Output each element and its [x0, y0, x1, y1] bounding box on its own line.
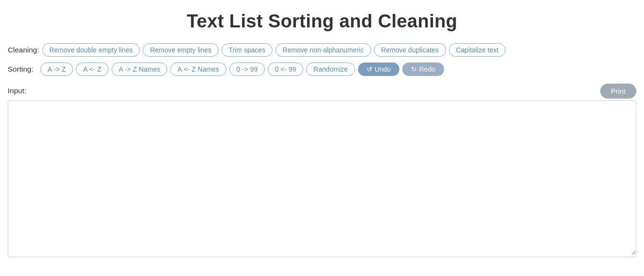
redo-label: Redo	[419, 65, 435, 73]
print-button[interactable]: Print	[600, 84, 636, 99]
sort-z-a-button[interactable]: A <- Z	[76, 63, 109, 76]
trim-spaces-button[interactable]: Trim spaces	[222, 43, 272, 57]
sorting-toolbar: Sorting: A -> Z A <- Z A -> Z Names A <-…	[0, 60, 644, 79]
page-title: Text List Sorting and Cleaning	[0, 0, 644, 40]
sorting-label: Sorting:	[8, 65, 37, 74]
randomize-button[interactable]: Randomize	[306, 63, 355, 76]
main-input[interactable]	[8, 101, 636, 255]
undo-button[interactable]: ↺ Undo	[358, 63, 400, 76]
remove-non-alphanumeric-button[interactable]: Remove non-alphanumeric	[275, 43, 371, 57]
sort-a-z-button[interactable]: A -> Z	[40, 63, 73, 76]
input-row: Input: Print	[0, 79, 644, 100]
sort-99-0-button[interactable]: 0 <- 99	[268, 63, 303, 76]
remove-empty-lines-button[interactable]: Remove empty lines	[143, 43, 219, 57]
capitalize-text-button[interactable]: Capitalize text	[449, 43, 506, 57]
remove-double-empty-lines-button[interactable]: Remove double empty lines	[42, 43, 140, 57]
redo-icon: ↻	[411, 65, 417, 73]
cleaning-toolbar: Cleaning: Remove double empty lines Remo…	[0, 40, 644, 60]
sort-a-z-names-button[interactable]: A -> Z Names	[111, 63, 167, 76]
undo-label: Undo	[375, 65, 391, 73]
cleaning-label: Cleaning:	[8, 46, 39, 54]
redo-button[interactable]: ↻ Redo	[402, 63, 444, 76]
sort-0-99-button[interactable]: 0 -> 99	[229, 63, 265, 76]
textarea-container	[8, 100, 636, 257]
sort-z-a-names-button[interactable]: A <- Z Names	[170, 63, 226, 76]
input-label: Input:	[8, 84, 26, 95]
remove-duplicates-button[interactable]: Remove duplicates	[374, 43, 446, 57]
undo-icon: ↺	[367, 65, 372, 73]
